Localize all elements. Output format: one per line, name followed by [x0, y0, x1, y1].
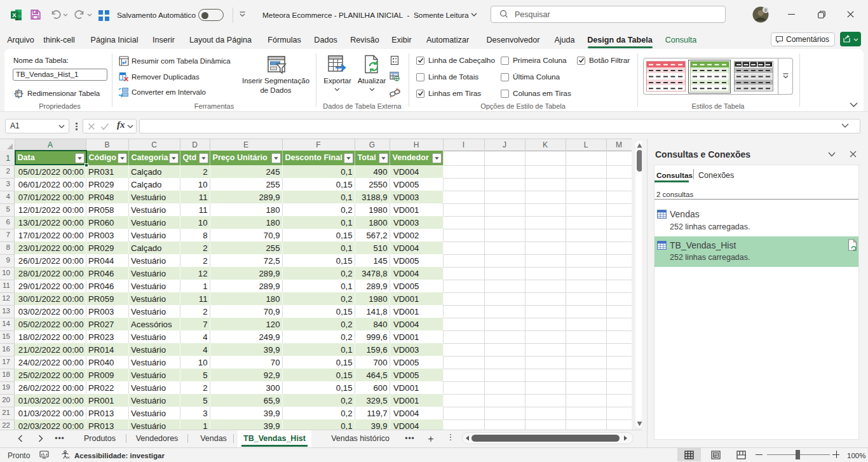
svg-text:X: X	[12, 11, 17, 18]
